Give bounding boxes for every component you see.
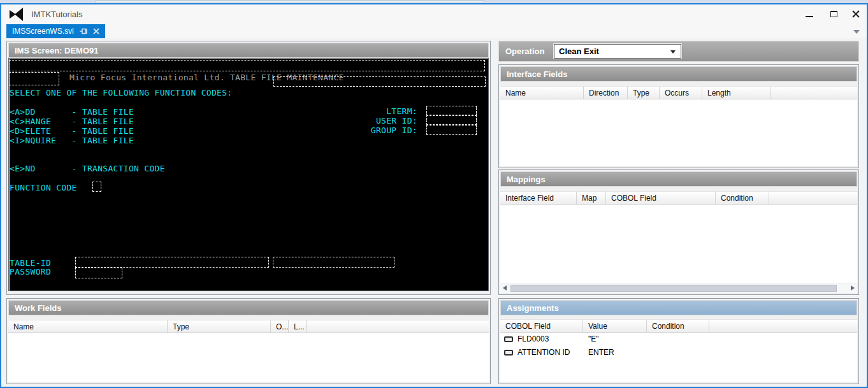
main-window-frame: IMTKTutorials IMSScreenWS.svi IMS Screen…: [0, 3, 868, 388]
operation-dropdown[interactable]: Clean Exit: [554, 44, 681, 59]
ims-terminal-screen[interactable]: Micro Focus International Ltd. TABLE FIL…: [8, 58, 489, 291]
ims-screen-panel: IMS Screen: DEMO91 Micro Focus Internati…: [6, 41, 491, 295]
column-header-name: Name: [500, 87, 584, 99]
scrollbar-thumb[interactable]: [510, 285, 837, 292]
cobol-field-icon: [504, 350, 513, 356]
assignments-column-headers: COBOL Field Value Condition: [500, 319, 857, 333]
mappings-horizontal-scrollbar[interactable]: [500, 284, 857, 293]
terminal-code-add: <A>DD - TABLE FILE: [10, 107, 134, 117]
interface-fields-list[interactable]: [500, 99, 857, 166]
screen-field-message[interactable]: [273, 76, 486, 87]
screen-field-table-id-2[interactable]: [273, 257, 394, 268]
terminal-password-label: PASSWORD: [10, 267, 51, 277]
screen-field-header-line[interactable]: [9, 60, 485, 71]
application-window: IMTKTutorials IMSScreenWS.svi IMS Screen…: [0, 0, 868, 388]
minimize-icon: [806, 16, 813, 17]
column-header-occurs: Occurs: [660, 87, 702, 99]
terminal-function-code-label: FUNCTION CODE: [10, 183, 77, 192]
interface-fields-column-headers: Name Direction Type Occurs Length: [500, 86, 857, 99]
mappings-list[interactable]: [500, 205, 857, 283]
assignment-row[interactable]: FLD0003 "E": [500, 333, 857, 346]
terminal-code-change: <C>HANGE - TABLE FILE: [10, 117, 134, 126]
column-header-name: Name: [8, 320, 168, 333]
assignment-value: ENTER: [583, 346, 647, 359]
column-header-length: Length: [702, 87, 770, 99]
column-header-length: L...: [289, 320, 307, 333]
operation-bar: Operation Clean Exit: [498, 41, 859, 62]
assignment-value: "E": [583, 333, 647, 346]
terminal-code-end: <E>ND - TRANSACTION CODE: [10, 164, 165, 173]
interface-fields-header: Interface Fields: [500, 66, 857, 82]
maximize-button[interactable]: [821, 4, 846, 24]
document-tab-bar: IMSScreenWS.svi: [1, 24, 867, 38]
work-fields-panel: Work Fields Name Type O... L...: [6, 298, 491, 384]
tab-imsscreenws[interactable]: IMSScreenWS.svi: [6, 24, 105, 38]
dropdown-arrow-icon: [670, 50, 676, 54]
terminal-table-id-label: TABLE-ID: [10, 258, 51, 268]
column-header-interface-field: Interface Field: [500, 192, 577, 204]
work-fields-list[interactable]: [8, 333, 489, 382]
column-header-type: Type: [168, 320, 271, 333]
screen-field-trancode[interactable]: [9, 72, 59, 85]
assignment-condition: [647, 346, 709, 359]
pin-icon[interactable]: [80, 28, 87, 34]
scroll-left-icon[interactable]: [503, 285, 507, 291]
column-header-cobol-field: COBOL Field: [606, 192, 716, 204]
title-bar[interactable]: IMTKTutorials: [1, 4, 867, 24]
screen-field-password[interactable]: [75, 268, 122, 278]
screen-field-user-id[interactable]: [426, 115, 477, 125]
window-title: IMTKTutorials: [31, 4, 82, 24]
column-header-value: Value: [583, 320, 647, 332]
tab-overflow-dropdown-icon[interactable]: [853, 30, 860, 34]
mappings-panel: Mappings Interface Field Map COBOL Field…: [498, 169, 859, 295]
column-header-type: Type: [628, 87, 660, 99]
tab-label: IMSScreenWS.svi: [12, 27, 74, 36]
screen-field-function-code[interactable]: [92, 182, 101, 192]
screen-field-group-id[interactable]: [426, 125, 477, 135]
assignment-condition: [647, 333, 709, 346]
column-header-cobol-field: COBOL Field: [500, 320, 583, 332]
work-fields-header: Work Fields: [8, 300, 489, 315]
cobol-field-icon: [504, 336, 513, 342]
terminal-code-delete: <D>ELETE - TABLE FILE: [10, 126, 134, 136]
assignments-header: Assignments: [500, 300, 857, 315]
column-header-occurs: O...: [271, 320, 289, 333]
terminal-select-line: SELECT ONE OF THE FOLLOWING FUNCTION COD…: [10, 88, 232, 97]
close-icon: [852, 10, 860, 18]
column-header-direction: Direction: [584, 87, 628, 99]
operation-label: Operation: [499, 47, 554, 56]
visual-studio-logo-icon: [9, 7, 24, 22]
assignment-cobol-field: FLD0003: [517, 333, 549, 346]
operation-selected-value: Clean Exit: [559, 47, 599, 56]
assignment-cobol-field: ATTENTION ID: [517, 346, 570, 359]
column-header-condition: Condition: [716, 192, 769, 204]
assignment-row[interactable]: ATTENTION ID ENTER: [500, 346, 857, 359]
close-button[interactable]: [844, 4, 868, 24]
assignments-panel: Assignments COBOL Field Value Condition …: [498, 298, 859, 384]
mappings-column-headers: Interface Field Map COBOL Field Conditio…: [500, 191, 857, 205]
scroll-right-icon[interactable]: [851, 285, 855, 291]
ims-screen-panel-header: IMS Screen: DEMO91: [8, 43, 489, 58]
tab-close-icon[interactable]: [93, 28, 99, 34]
maximize-icon: [830, 11, 837, 17]
screen-field-lterm[interactable]: [426, 106, 477, 115]
terminal-code-inquire: <I>NQUIRE - TABLE FILE: [10, 136, 134, 145]
screen-field-table-id[interactable]: [75, 257, 269, 268]
work-fields-column-headers: Name Type O... L...: [8, 320, 489, 333]
interface-fields-panel: Interface Fields Name Direction Type Occ…: [498, 64, 859, 168]
column-header-map: Map: [577, 192, 606, 204]
mappings-header: Mappings: [500, 171, 857, 187]
terminal-id-labels: LTERM: USER ID: GROUP ID:: [302, 106, 417, 135]
minimize-button[interactable]: [797, 4, 821, 24]
assignments-list[interactable]: FLD0003 "E" ATTENTION ID ENTER: [500, 333, 857, 382]
column-header-condition: Condition: [647, 320, 709, 332]
